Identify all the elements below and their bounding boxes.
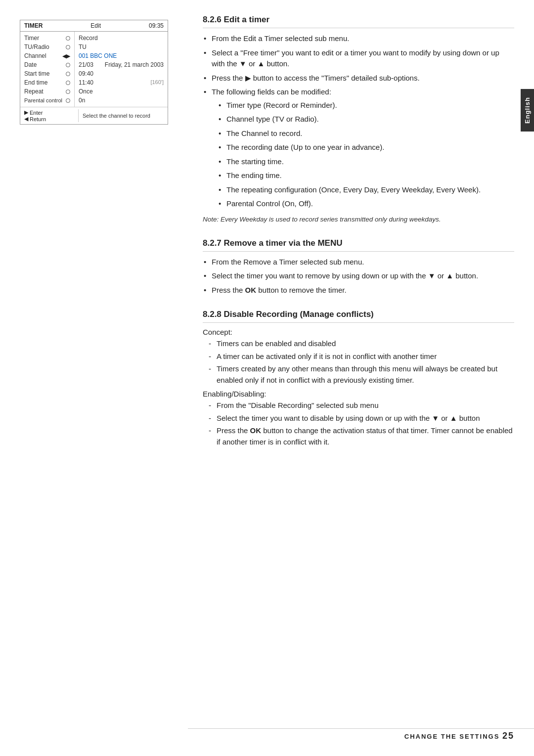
timer-row-timer: Timer [20,34,74,43]
timer-footer: ▶ Enter ◀ Return Select the channel to r… [20,107,168,124]
section-827: 8.2.7 Remove a timer via the MENU From t… [203,238,514,296]
page-number: 25 [502,731,514,741]
timer-header-edit: Edit [90,22,101,29]
val-endtime: 11:40 [160'] [79,78,164,87]
subitem-826-6: The ending time. [218,170,514,181]
val-date-value: 21/03 [79,61,93,68]
bullet-827-1: From the Remove a Timer selected sub men… [203,257,514,268]
val-endtime-value: 11:40 [79,79,93,86]
footer-text: CHANGE THE SETTINGS [404,733,500,740]
section-827-bullets: From the Remove a Timer selected sub men… [203,257,514,296]
section-826-bullets: From the Edit a Timer selected sub menu.… [203,33,514,210]
enabling-label: Enabling/Disabling: [203,390,514,398]
timer-footer-instruction: Select the channel to record [79,109,164,122]
concept-item-1: Timers can be enabled and disabled [209,338,514,350]
enabling-item-2: Select the timer you want to disable by … [209,413,514,424]
bullet-827-2: Select the timer you want to remove by u… [203,270,514,282]
timer-box: TIMER Edit 09:35 Timer TU/Radio Cha [20,20,168,125]
radio-endtime [66,81,70,85]
section-827-title: 8.2.7 Remove a timer via the MENU [203,238,514,252]
right-panel: English 8.2.6 Edit a timer From the Edit… [188,0,534,756]
concept-label: Concept: [203,328,514,336]
timer-body: Timer TU/Radio Channel ◀▶ Date [20,32,168,107]
val-channel: 001 BBC ONE [79,51,164,60]
val-turadio: TU [79,43,164,51]
timer-row-starttime: Start time [20,69,74,78]
bullet-827-3: Press the OK button to remove the timer. [203,285,514,296]
val-date: 21/03 Friday, 21 march 2003 [79,60,164,69]
enter-arrow-icon: ▶ [24,109,28,116]
footer-return: ◀ Return [24,116,76,122]
radio-timer [66,36,70,41]
label-timer: Timer [24,35,64,42]
timer-header: TIMER Edit 09:35 [20,20,168,32]
footer-enter: ▶ Enter [24,109,76,116]
left-panel: TIMER Edit 09:35 Timer TU/Radio Cha [0,0,188,756]
section-826-subitems: Timer type (Record or Reminder). Channel… [212,100,514,210]
label-parental: Parental control [24,97,64,103]
label-turadio: TU/Radio [24,44,64,50]
timer-row-channel: Channel ◀▶ [20,51,74,60]
subitem-826-3: The Channel to record. [218,128,514,139]
subitem-826-2: Channel type (TV or Radio). [218,114,514,125]
footer-rule [188,728,534,729]
radio-repeat [66,89,70,94]
timer-row-repeat: Repeat [20,87,74,96]
bullet-826-3: Press the ▶ button to access the "Timers… [203,73,514,84]
concept-item-3: Timers created by any other means than t… [209,363,514,386]
val-date-extra: Friday, 21 march 2003 [105,61,164,68]
subitem-826-1: Timer type (Record or Reminder). [218,100,514,111]
radio-starttime [66,72,70,76]
val-repeat: Once [79,87,164,96]
label-endtime: End time [24,79,64,86]
radio-turadio [66,45,70,49]
val-parental: 0n [79,96,164,105]
section-828: 8.2.8 Disable Recording (Manage conflict… [203,310,514,447]
timer-row-parental: Parental control [20,96,74,105]
val-starttime: 09:40 [79,69,164,78]
subitem-826-8: Parental Control (On, Off). [218,198,514,210]
label-date: Date [24,61,64,68]
timer-row-endtime: End time [20,78,74,87]
section-826-title: 8.2.6 Edit a timer [203,15,514,28]
subitem-826-4: The recording date (Up to one year in ad… [218,142,514,153]
channel-arrows: ◀▶ [62,53,70,59]
concept-items: Timers can be enabled and disabled A tim… [203,338,514,386]
label-starttime: Start time [24,70,64,77]
enabling-item-1: From the "Disable Recording" selected su… [209,400,514,411]
timer-header-title: TIMER [24,22,43,29]
timer-row-turadio: TU/Radio [20,43,74,51]
enabling-item-3: Press the OK button to change the activa… [209,425,514,447]
return-label: Return [30,116,46,122]
section-826: 8.2.6 Edit a timer From the Edit a Timer… [203,15,514,224]
bullet-826-4: The following fields can be modified: Ti… [203,87,514,210]
section-826-note: Note: Every Weekday is used to record se… [203,215,514,224]
concept-item-2: A timer can be activated only if it is n… [209,351,514,362]
val-endtime-extra: [160'] [150,79,164,86]
english-tab: English [521,89,534,132]
label-repeat: Repeat [24,88,64,95]
timer-footer-nav: ▶ Enter ◀ Return [24,109,79,122]
enabling-items: From the "Disable Recording" selected su… [203,400,514,447]
radio-parental [66,98,70,103]
val-timer: Record [79,34,164,43]
instruction-text: Select the channel to record [83,113,150,119]
bullet-826-2: Select a "Free timer" you want to edit o… [203,47,514,70]
radio-date [66,63,70,67]
section-828-title: 8.2.8 Disable Recording (Manage conflict… [203,310,514,323]
timer-labels-col: Timer TU/Radio Channel ◀▶ Date [20,32,75,107]
bullet-826-1: From the Edit a Timer selected sub menu. [203,33,514,44]
page-footer: CHANGE THE SETTINGS 25 [404,731,514,741]
return-arrow-icon: ◀ [24,116,28,122]
label-channel: Channel [24,52,61,59]
enter-label: Enter [30,110,43,116]
subitem-826-7: The repeating configuration (Once, Every… [218,184,514,196]
timer-row-date: Date [20,60,74,69]
timer-values-col: Record TU 001 BBC ONE 21/03 Friday, 21 m… [75,32,168,107]
timer-header-time: 09:35 [149,22,164,29]
subitem-826-5: The starting time. [218,156,514,168]
